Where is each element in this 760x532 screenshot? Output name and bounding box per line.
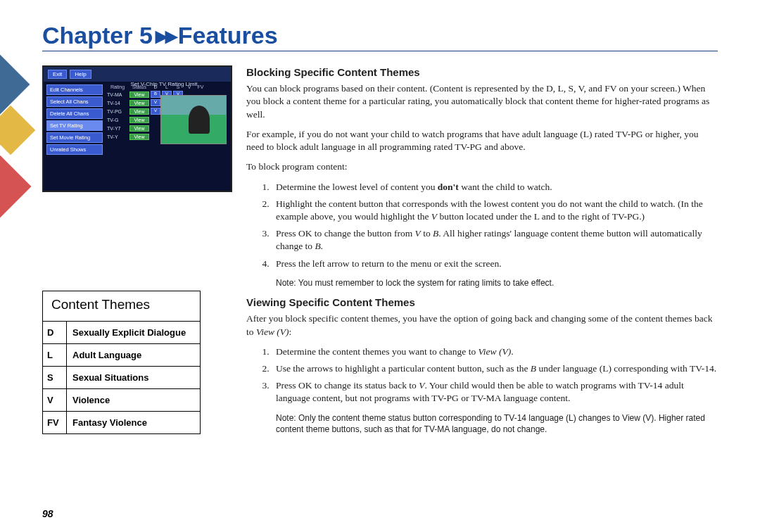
grid-col: Rating: [107, 84, 128, 89]
body-text: To block program content:: [246, 160, 718, 173]
grid-col: V: [184, 84, 194, 89]
theme-row: LAdult Language: [43, 343, 200, 366]
theme-desc: Sexually Explicit Dialogue: [67, 322, 200, 343]
tv-sidebar: Edit Channels Select All Chans Delete Al…: [46, 84, 103, 155]
theme-desc: Violence: [67, 389, 200, 411]
chapter-prefix: Chapter 5: [42, 22, 153, 49]
list-item: Press the left arrow to return to the me…: [272, 258, 718, 270]
grid-col: S: [173, 84, 183, 89]
chapter-title: Chapter 5▸▸Features: [42, 22, 278, 49]
list-item: Press OK to change the button from V to …: [272, 227, 718, 253]
tv-exit-button: Exit: [48, 70, 67, 79]
list-item: Use the arrows to highlight a particular…: [272, 362, 718, 375]
theme-row: SSexual Situations: [43, 366, 200, 388]
section-heading: Blocking Specific Content Themes: [246, 65, 718, 80]
main-content: Blocking Specific Content Themes You can…: [246, 65, 718, 442]
instruction-list: Determine the content themes you want to…: [246, 346, 718, 405]
tv-side-item: Delete All Chans: [46, 108, 103, 119]
theme-row: FVFantasy Violence: [43, 411, 200, 433]
tv-help-button: Help: [70, 70, 91, 79]
theme-row: DSexually Explicit Dialogue: [43, 322, 200, 343]
content-themes-table: Content Themes DSexually Explicit Dialog…: [42, 291, 201, 434]
instruction-list: Determine the lowest level of content yo…: [246, 181, 718, 270]
left-column: Exit Help Set V-Chip TV Rating Limit Edi…: [42, 65, 225, 442]
list-item: Determine the lowest level of content yo…: [272, 181, 718, 194]
page-number: 98: [42, 508, 53, 519]
content-themes-title: Content Themes: [43, 291, 200, 322]
list-item: Press OK to change its status back to V.…: [272, 379, 718, 405]
tv-side-item: Set Movie Rating: [46, 132, 103, 143]
theme-code: D: [43, 322, 67, 343]
theme-desc: Sexual Situations: [67, 367, 200, 388]
grid-col: D: [151, 84, 160, 89]
theme-desc: Adult Language: [67, 344, 200, 366]
tv-preview-figure: [189, 106, 210, 134]
theme-code: S: [43, 367, 67, 388]
note-text: Note: Only the content theme status butt…: [276, 412, 711, 435]
chevron-right-icon: ▸▸: [156, 22, 175, 49]
grid-col: FV: [196, 84, 205, 89]
theme-code: V: [43, 389, 67, 411]
list-item: Highlight the content button that corres…: [272, 198, 718, 223]
body-text: For example, if you do not want your chi…: [246, 128, 718, 153]
page: Chapter 5▸▸Features Exit Help Set V-Chip…: [0, 0, 760, 532]
theme-row: VViolence: [43, 388, 200, 411]
list-item: Determine the content themes you want to…: [272, 346, 718, 358]
grid-col: Status: [129, 84, 149, 89]
body-text: You can block programs based on their co…: [246, 82, 718, 121]
theme-code: L: [43, 344, 67, 366]
section-heading: Viewing Specific Content Themes: [246, 296, 718, 310]
body-text: After you block specific content themes,…: [246, 312, 718, 338]
tv-side-item: Select All Chans: [46, 96, 103, 107]
tv-side-item: Edit Channels: [46, 84, 103, 95]
tv-side-item: Unrated Shows: [46, 144, 103, 155]
chapter-header: Chapter 5▸▸Features: [42, 21, 718, 51]
tv-screenshot: Exit Help Set V-Chip TV Rating Limit Edi…: [42, 65, 232, 192]
theme-desc: Fantasy Violence: [67, 412, 200, 433]
tv-side-item-selected: Set TV Rating: [46, 120, 103, 131]
grid-col: L: [162, 84, 172, 89]
note-text: Note: You must remember to lock the syst…: [276, 277, 711, 289]
chapter-name: Features: [178, 22, 278, 49]
theme-code: FV: [43, 412, 67, 433]
